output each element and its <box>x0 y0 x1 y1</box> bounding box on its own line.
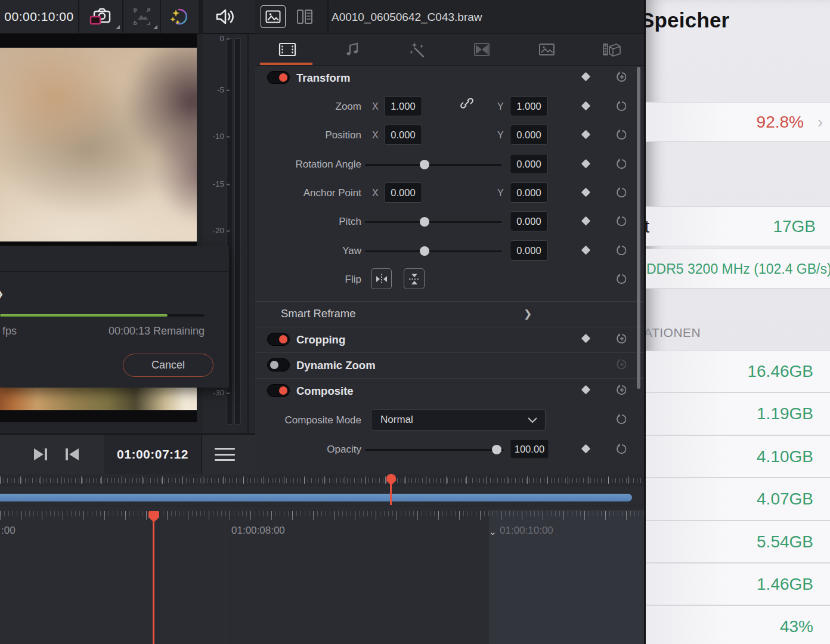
reset-icon[interactable] <box>615 157 628 171</box>
app-memory-value: 4.07GB <box>757 490 813 509</box>
zoom-y-field[interactable]: 1.000 <box>510 96 548 116</box>
slider-handle[interactable] <box>420 246 429 256</box>
slider-handle[interactable] <box>492 445 501 454</box>
tab-video[interactable] <box>255 34 320 65</box>
keyframe-icon[interactable] <box>581 101 591 111</box>
reset-section-icon[interactable] <box>615 383 628 397</box>
x-label: X <box>372 188 379 199</box>
inspector-scrollbar[interactable] <box>637 67 640 389</box>
expand-chevron-icon[interactable]: ❯ <box>0 288 4 299</box>
timeline-overview-bar[interactable] <box>0 494 632 501</box>
transform-toggle[interactable] <box>267 71 290 84</box>
smart-reframe-chevron-icon[interactable]: ❯ <box>524 308 532 320</box>
enhance-button[interactable] <box>161 0 199 33</box>
keyframe-icon[interactable] <box>581 444 591 454</box>
dynamic-zoom-toggle[interactable] <box>267 358 290 371</box>
reset-icon[interactable] <box>615 273 628 286</box>
speaker-icon <box>215 7 236 26</box>
pitch-field[interactable]: 0.000 <box>510 211 548 231</box>
tab-effects[interactable] <box>385 34 450 65</box>
pitch-slider[interactable] <box>365 217 502 227</box>
meter-scale-10: -10 <box>212 132 224 141</box>
clip-view-button[interactable] <box>261 5 286 28</box>
anchor-x-field[interactable]: 0.000 <box>384 182 422 203</box>
zoom-x-field[interactable]: 1.000 <box>384 96 422 116</box>
image-tab-icon <box>538 43 555 56</box>
system-panel-title: Speicher <box>644 8 729 32</box>
playhead-timecode[interactable]: 01:00:07:12 <box>104 435 201 474</box>
position-y-field[interactable]: 0.000 <box>510 125 548 145</box>
timeline-options-button[interactable] <box>215 447 235 462</box>
opacity-field[interactable]: 100.00 <box>510 439 549 459</box>
opacity-slider[interactable] <box>365 445 504 454</box>
grab-still-button[interactable] <box>79 0 122 33</box>
ruler-label-left: :00 <box>1 525 16 537</box>
reset-icon[interactable] <box>615 100 628 113</box>
tab-image[interactable] <box>515 34 580 65</box>
transport-bar: 01:00:07:12 <box>0 434 255 474</box>
step-forward-button[interactable] <box>30 444 51 465</box>
gridline <box>225 510 225 644</box>
reset-icon[interactable] <box>615 442 628 456</box>
reset-icon[interactable] <box>615 244 628 257</box>
tab-transition[interactable] <box>450 34 515 65</box>
yaw-slider[interactable] <box>365 246 502 256</box>
composite-mode-dropdown[interactable]: Normal <box>371 409 546 431</box>
audio-tab-icon <box>345 42 360 57</box>
position-x-field[interactable]: 0.000 <box>384 125 422 145</box>
viewer-timecode: 00:00:10:00 <box>0 0 78 33</box>
yaw-field[interactable]: 0.000 <box>510 240 548 261</box>
anchor-y-field[interactable]: 0.000 <box>510 182 548 203</box>
reset-section-icon[interactable] <box>615 70 628 83</box>
smart-reframe-title[interactable]: Smart Reframe <box>281 307 355 320</box>
timeline-scrubber[interactable] <box>0 474 644 487</box>
rotation-slider[interactable] <box>365 160 502 169</box>
memory-usage-row[interactable]: 92.8% › <box>644 102 830 142</box>
reset-icon[interactable] <box>615 413 628 426</box>
reset-icon[interactable] <box>615 186 628 199</box>
keyframe-icon[interactable] <box>581 188 591 197</box>
clip-strip-gap <box>0 410 197 422</box>
keyframe-icon[interactable] <box>581 159 591 169</box>
audio-mute-button[interactable] <box>203 0 247 33</box>
slider-handle[interactable] <box>420 217 429 227</box>
link-icon[interactable] <box>460 96 474 110</box>
timeline-playhead-line[interactable] <box>153 511 154 644</box>
keyframe-icon[interactable] <box>581 72 591 82</box>
reset-section-icon[interactable] <box>615 332 628 345</box>
cancel-button[interactable]: Cancel <box>123 354 213 377</box>
render-progress-fill <box>0 314 168 317</box>
timeline-ruler[interactable] <box>0 510 644 525</box>
rotation-field[interactable]: 0.000 <box>510 154 548 174</box>
flip-horizontal-button[interactable] <box>371 268 392 289</box>
inspector-panel: A0010_06050642_C043.braw <box>255 0 644 474</box>
resize-tool-button[interactable] <box>123 0 160 33</box>
pitch-label: Pitch <box>255 216 361 228</box>
keyframe-icon[interactable] <box>581 334 591 343</box>
composite-toggle[interactable] <box>267 384 290 397</box>
tab-file[interactable] <box>579 34 644 65</box>
cropping-toggle[interactable] <box>267 333 290 346</box>
keyframe-icon[interactable] <box>581 385 591 395</box>
reset-section-icon[interactable] <box>615 358 628 371</box>
app-memory-row: 4.07GB <box>644 478 830 521</box>
chevron-down-marker-icon: ⌄ <box>489 527 497 537</box>
split-view-divider[interactable] <box>644 0 646 644</box>
storyboard-view-button[interactable] <box>292 5 317 28</box>
keyframe-icon[interactable] <box>581 130 591 140</box>
reset-icon[interactable] <box>615 215 628 228</box>
step-back-button[interactable] <box>61 444 83 465</box>
memory-total-row: t 17GB <box>644 206 830 246</box>
slider-handle[interactable] <box>420 160 429 169</box>
divider <box>255 327 644 327</box>
video-preview[interactable] <box>0 34 197 246</box>
divider <box>0 506 644 506</box>
flip-vertical-button[interactable] <box>404 268 425 289</box>
keyframe-icon[interactable] <box>581 246 591 255</box>
keyframe-icon[interactable] <box>581 216 591 226</box>
reset-icon[interactable] <box>615 128 628 141</box>
render-progress-bar <box>0 314 205 317</box>
anchor-label: Anchor Point <box>255 187 361 199</box>
app-memory-value: 1.19GB <box>757 404 813 423</box>
tab-audio[interactable] <box>320 34 385 65</box>
